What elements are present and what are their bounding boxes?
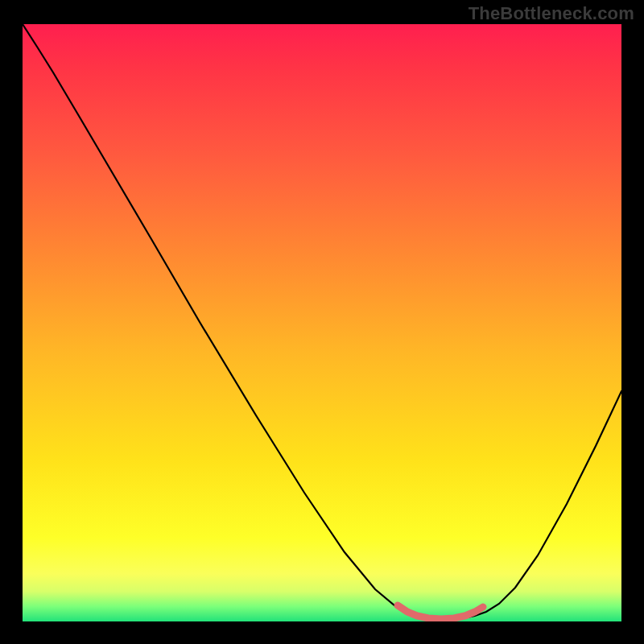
watermark-text: TheBottleneck.com — [469, 3, 634, 24]
plot-area — [23, 24, 621, 621]
valley-highlight — [398, 605, 483, 619]
chart-stage: TheBottleneck.com — [0, 0, 644, 644]
curve-layer — [23, 24, 621, 621]
bottleneck-curve — [23, 24, 621, 619]
